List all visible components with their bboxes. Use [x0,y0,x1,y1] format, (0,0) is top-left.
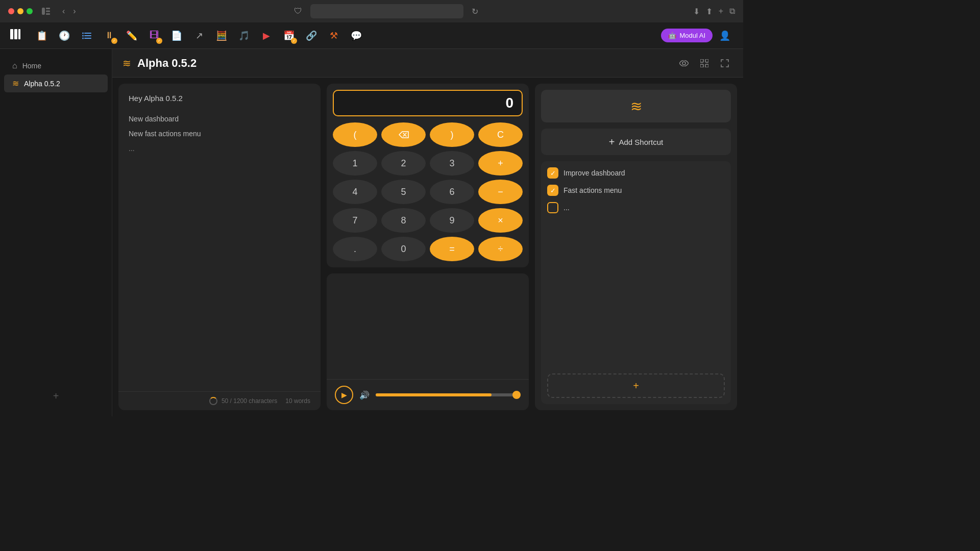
toolbar-calendar[interactable]: 📅 ✓ [280,27,298,45]
toolbar-clock[interactable]: 🕐 [55,27,74,45]
toolbar-film[interactable]: 🎞 ✓ [145,27,163,45]
add-shortcut-plus-icon: + [609,136,615,148]
calc-btn-8[interactable]: 8 [381,208,426,233]
calc-btn-backspace[interactable] [381,122,426,147]
minimize-button[interactable] [17,8,23,14]
toolbar-link[interactable]: 🔗 [302,27,321,45]
svg-rect-12 [84,38,91,39]
calc-btn-clear[interactable]: C [478,122,523,147]
toolbar-video[interactable]: ▶ [257,27,276,45]
sidebar-item-alpha[interactable]: ≋ Alpha 0.5.2 [4,74,108,92]
calc-btn-5[interactable]: 5 [381,180,426,204]
user-button[interactable]: 👤 [717,28,733,44]
sidebar-toggle-button[interactable] [39,4,53,18]
todo-check-1[interactable]: ✓ [547,167,558,179]
add-shortcut-button[interactable]: + Add Shortcut [541,129,731,155]
todo-label-3: ... [564,204,570,212]
calc-buttons: ( ) C 1 2 3 + [327,122,529,267]
calc-display: 0 [333,90,523,116]
calc-btn-open-paren[interactable]: ( [333,122,377,147]
refresh-icon[interactable]: ↻ [472,7,478,16]
audio-controls: ▶ 🔊 [327,379,529,410]
left-panel: Hey Alpha 0.5.2 New dashboard New fast a… [118,84,321,410]
svg-rect-2 [46,11,50,12]
calc-btn-2[interactable]: 2 [381,151,426,176]
toolbar-badge-film: ✓ [156,38,162,44]
todo-item-2: ✓ Fast actions menu [547,185,725,196]
sidebar-add-button[interactable]: + [0,384,112,408]
calc-btn-minus[interactable]: − [478,180,523,204]
toolbar-chat[interactable]: 💬 [347,27,365,45]
toolbar-badge-calendar: ✓ [291,38,297,44]
calc-btn-divide[interactable]: ÷ [478,237,523,261]
calc-btn-plus[interactable]: + [478,151,523,176]
toolbar-list[interactable] [78,27,96,45]
toolbar-tools[interactable]: ⚒ [325,27,343,45]
todo-label-1: Improve dashboard [564,169,625,177]
toolbar-document[interactable]: 📄 [167,27,186,45]
calc-btn-1[interactable]: 1 [333,151,377,176]
calc-btn-close-paren[interactable]: ) [430,122,474,147]
nav-back-button[interactable]: ‹ [59,6,68,17]
todo-item-1: ✓ Improve dashboard [547,167,725,179]
svg-point-7 [82,32,84,34]
calc-btn-dot[interactable]: . [333,237,377,261]
share-icon[interactable]: ⬆ [706,7,713,16]
svg-rect-4 [10,29,13,39]
calc-btn-9[interactable]: 9 [430,208,474,233]
calc-btn-6[interactable]: 6 [430,180,474,204]
main-layout: ⌂ Home ≋ Alpha 0.5.2 + ≋ Alpha 0.5.2 [0,49,743,416]
toolbar-edit[interactable]: ✏️ [122,27,141,45]
svg-rect-14 [700,59,703,62]
modul-ai-label: Modul AI [679,32,705,39]
shield-icon: 🛡 [294,7,302,16]
todo-check-3[interactable] [547,202,558,213]
url-bar[interactable] [310,4,463,18]
volume-knob[interactable] [512,391,521,399]
svg-rect-0 [42,8,45,15]
modul-ai-icon: 🤖 [668,32,676,39]
todo-item-3: ... [547,202,725,213]
calc-btn-multiply[interactable]: × [478,208,523,233]
volume-slider[interactable] [376,393,521,396]
todo-check-2[interactable]: ✓ [547,185,558,196]
expand-button[interactable] [717,55,733,71]
calculator-panel: 0 ( ) C 1 2 [327,84,529,267]
grid-button[interactable] [696,55,713,71]
middle-column: 0 ( ) C 1 2 [327,84,529,410]
panel-item-3: ... [129,142,310,155]
download-icon[interactable]: ⬇ [693,7,700,16]
volume-fill [376,393,492,396]
panel-item-1: New dashboard [129,113,310,126]
calc-btn-3[interactable]: 3 [430,151,474,176]
new-tab-icon[interactable]: + [719,7,723,16]
toolbar-clipboard[interactable]: 📋 [33,27,51,45]
tabs-icon[interactable]: ⧉ [729,7,735,16]
todo-add-button[interactable]: + [547,373,725,398]
sidebar-item-home-label: Home [22,62,41,70]
svg-rect-3 [46,13,50,15]
close-button[interactable] [8,8,14,14]
char-count: 50 / 1200 characters [222,397,277,405]
toolbar-pause[interactable]: ⏸ ✓ [100,27,118,45]
toolbar-calculator[interactable]: 🧮 [212,27,231,45]
toolbar-external[interactable]: ↗ [190,27,208,45]
left-panel-content: Hey Alpha 0.5.2 New dashboard New fast a… [118,84,321,391]
calc-btn-equals[interactable]: = [430,237,474,261]
svg-point-13 [682,62,685,65]
modul-ai-button[interactable]: 🤖 Modul AI [661,29,713,42]
page-header-actions [676,55,733,71]
panel-item-2: New fast actions menu [129,128,310,140]
add-shortcut-label: Add Shortcut [619,138,663,146]
calc-btn-0[interactable]: 0 [381,237,426,261]
volume-icon: 🔊 [359,390,370,400]
toolbar-music[interactable]: 🎵 [235,27,253,45]
calc-btn-7[interactable]: 7 [333,208,377,233]
sidebar-item-home[interactable]: ⌂ Home [4,57,108,74]
nav-forward-button[interactable]: › [70,6,79,17]
fullscreen-button[interactable] [27,8,33,14]
eye-button[interactable] [676,55,692,71]
todo-list: ✓ Improve dashboard ✓ Fast actions menu … [541,161,731,404]
calc-btn-4[interactable]: 4 [333,180,377,204]
play-button[interactable]: ▶ [335,386,353,404]
